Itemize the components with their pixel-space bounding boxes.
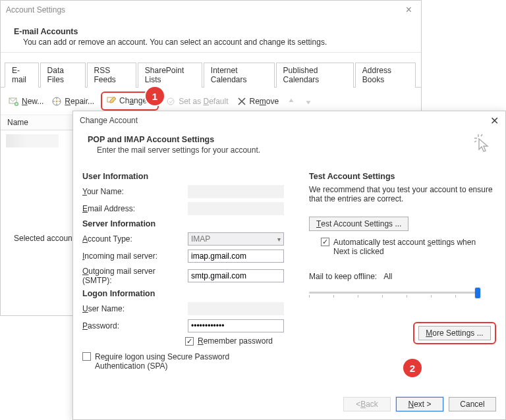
spa-checkbox[interactable] <box>82 352 91 361</box>
password-input[interactable] <box>188 319 284 332</box>
slider-thumb[interactable] <box>475 288 480 298</box>
incoming-server-input[interactable] <box>188 249 284 263</box>
window-titlebar: Account Settings × <box>1 1 421 19</box>
mailkeep-value: All <box>383 272 392 281</box>
remember-password-row: Remember password <box>185 336 293 346</box>
section-logon-info: Logon Information <box>82 289 293 298</box>
change-sub: Enter the mail server settings for your … <box>88 145 491 155</box>
set-default-label: Set as Default <box>179 97 228 106</box>
right-pane: Test Account Settings We recommend that … <box>309 168 496 371</box>
label-password: Password: <box>82 321 184 330</box>
slider-ticks <box>309 295 480 298</box>
test-desc: We recommend that you test your account … <box>309 185 496 203</box>
cancel-button[interactable]: Cancel <box>449 397 496 411</box>
repair-label: Repair... <box>65 97 94 106</box>
auto-test-label: Automatically test account settings when… <box>333 238 485 256</box>
more-settings-highlight: More Settings ... <box>413 322 496 344</box>
tabs: E-mail Data Files RSS Feeds SharePoint L… <box>1 53 421 88</box>
account-settings-heading: E-mail Accounts You can add or remove an… <box>1 19 421 53</box>
username-input[interactable] <box>188 302 284 315</box>
svg-point-5 <box>167 98 174 105</box>
change-account-window: Change Account ✕ POP and IMAP Account Se… <box>72 111 506 420</box>
account-type-value: IMAP <box>191 234 210 244</box>
remember-password-label: Remember password <box>198 336 273 346</box>
more-settings-button[interactable]: More Settings ... <box>418 326 491 340</box>
remember-password-checkbox[interactable] <box>185 337 194 346</box>
label-email: Email Address: <box>82 204 184 213</box>
outgoing-server-input[interactable] <box>188 269 284 282</box>
set-default-icon <box>165 96 176 107</box>
move-down-icon <box>302 95 314 107</box>
list-item[interactable] <box>6 134 59 147</box>
back-button: < Back <box>343 397 391 411</box>
tab-internet-cal[interactable]: Internet Calendars <box>204 63 275 88</box>
label-account-type: Account Type: <box>82 234 184 244</box>
repair-button[interactable]: Repair... <box>50 95 96 108</box>
label-username: User Name: <box>82 304 184 313</box>
chevron-down-icon: ▾ <box>277 236 281 243</box>
label-outgoing: Outgoing mail server (SMTP): <box>82 267 184 285</box>
next-button[interactable]: Next > <box>396 397 443 411</box>
tab-rss[interactable]: RSS Feeds <box>87 63 136 88</box>
label-your-name: Your Name: <box>82 187 184 196</box>
step-badge-2: 2 <box>403 359 422 377</box>
label-incoming: Incoming mail server: <box>82 251 184 261</box>
cursor-click-icon <box>471 131 493 157</box>
window-titlebar: Change Account ✕ <box>73 111 505 130</box>
account-type-select: IMAP ▾ <box>188 232 284 246</box>
tab-datafiles[interactable]: Data Files <box>40 63 86 88</box>
mailkeep-label: Mail to keep offline: <box>309 272 377 281</box>
remove-icon <box>237 96 247 107</box>
tab-address-books[interactable]: Address Books <box>355 63 416 88</box>
section-user-info: User Information <box>82 172 293 181</box>
remove-button[interactable]: Remove <box>235 95 281 108</box>
slider-track <box>309 292 480 294</box>
set-default-button: Set as Default <box>164 95 229 108</box>
section-server-info: Server Information <box>82 219 293 228</box>
your-name-input[interactable] <box>188 185 284 198</box>
email-input[interactable] <box>188 202 284 215</box>
new-button[interactable]: New... <box>7 95 45 108</box>
window-title: Account Settings <box>6 5 402 14</box>
new-label: New... <box>22 97 43 106</box>
close-icon[interactable]: × <box>402 4 416 16</box>
move-up-icon <box>285 95 297 107</box>
auto-test-checkbox[interactable] <box>321 238 329 246</box>
tab-published-cal[interactable]: Published Calendars <box>276 63 354 88</box>
left-pane: User Information Your Name: Email Addres… <box>82 168 293 371</box>
heading-sub: You can add or remove an account. You ca… <box>14 38 408 47</box>
repair-icon <box>51 96 62 107</box>
step-badge-1: 1 <box>146 87 164 105</box>
wizard-footer: < Back Next > Cancel <box>343 397 496 411</box>
tab-sharepoint[interactable]: SharePoint Lists <box>138 63 202 88</box>
spa-label: Require logon using Secure Password Auth… <box>95 352 279 371</box>
tab-email[interactable]: E-mail <box>5 63 39 88</box>
change-title: POP and IMAP Account Settings <box>88 135 491 144</box>
window-title: Change Account <box>80 116 490 125</box>
section-test: Test Account Settings <box>309 172 496 181</box>
heading-title: E-mail Accounts <box>14 27 408 36</box>
mailkeep-slider[interactable] <box>309 286 480 300</box>
new-icon <box>9 96 19 107</box>
svg-point-3 <box>56 100 58 102</box>
change-header: POP and IMAP Account Settings Enter the … <box>73 130 505 164</box>
close-icon[interactable]: ✕ <box>490 115 499 127</box>
test-account-settings-button[interactable]: Test Account Settings ... <box>309 217 408 231</box>
remove-label: Remove <box>250 97 279 106</box>
change-icon <box>106 95 117 106</box>
